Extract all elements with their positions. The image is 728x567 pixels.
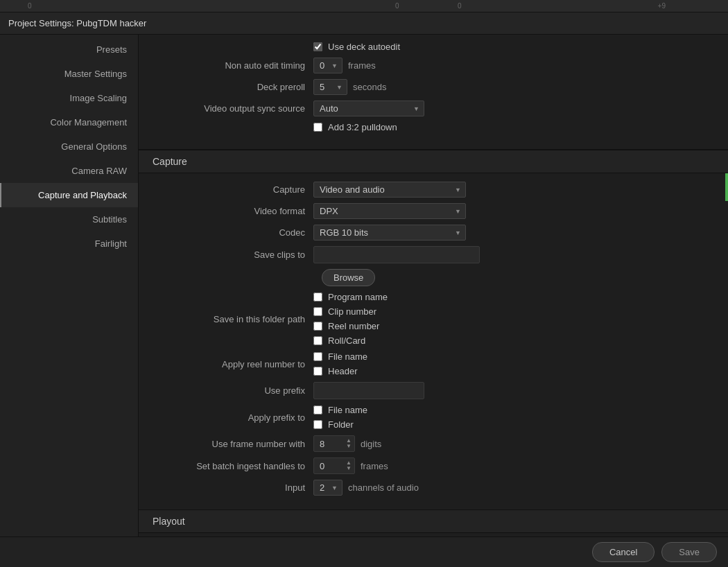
video-format-select[interactable]: DPX MXF xyxy=(313,203,466,219)
cancel-button[interactable]: Cancel xyxy=(592,542,655,562)
set-batch-ingest-unit: frames xyxy=(361,461,388,471)
browse-button[interactable]: Browse xyxy=(322,269,375,286)
save-in-folder-path-label: Save in this folder path xyxy=(153,314,305,324)
file-name-reel-checkbox[interactable] xyxy=(313,352,322,361)
roll-card-label: Roll/Card xyxy=(328,335,365,346)
reel-number-row: Reel number xyxy=(313,321,388,331)
use-deck-autoedit-checkbox[interactable] xyxy=(313,42,322,51)
sidebar-item-camera-raw[interactable]: Camera RAW xyxy=(0,159,138,183)
save-clips-to-input[interactable]: C:\vol0\Capture xyxy=(313,246,480,263)
capture-label: Capture xyxy=(153,184,305,195)
batch-ingest-arrows[interactable]: ▲ ▼ xyxy=(346,460,352,471)
apply-reel-number-to-row: Apply reel number to File name Header xyxy=(153,351,714,376)
file-name-reel-label: File name xyxy=(328,351,367,362)
video-format-select-wrapper: DPX MXF xyxy=(313,203,466,219)
frame-number-arrows[interactable]: ▲ ▼ xyxy=(346,438,352,449)
non-auto-edit-timing-select[interactable]: 0 1 2 xyxy=(313,58,343,73)
clip-number-row: Clip number xyxy=(313,306,388,317)
save-button[interactable]: Save xyxy=(661,542,717,562)
codec-select-wrapper: RGB 10 bits YUV 8 bits xyxy=(313,225,466,241)
non-auto-edit-timing-row: Non auto edit timing 0 1 2 frames xyxy=(153,58,714,73)
apply-prefix-folder-checkbox[interactable] xyxy=(313,420,322,429)
browse-row: Browse xyxy=(153,269,714,286)
use-frame-number-row: Use frame number with 8 ▲ ▼ digits xyxy=(153,435,714,452)
use-deck-autoedit-row: Use deck autoedit xyxy=(153,42,714,52)
apply-prefix-folder-row: Folder xyxy=(313,419,367,430)
apply-prefix-file-name-label: File name xyxy=(328,405,367,415)
sidebar-item-general-options[interactable]: General Options xyxy=(0,134,138,159)
sidebar-item-color-management[interactable]: Color Management xyxy=(0,110,138,134)
capture-select-wrapper: Video and audio Video only Audio only xyxy=(313,182,466,198)
video-output-sync-row: Video output sync source Auto Internal xyxy=(153,101,714,116)
non-auto-edit-timing-unit: frames xyxy=(348,60,376,71)
input-label: Input xyxy=(153,482,305,493)
deck-preroll-row: Deck preroll 5 3 10 seconds xyxy=(153,79,714,95)
use-prefix-label: Use prefix xyxy=(153,385,305,396)
video-output-sync-select[interactable]: Auto Internal xyxy=(313,101,424,116)
batch-ingest-down-arrow[interactable]: ▼ xyxy=(346,466,352,471)
deck-preroll-unit: seconds xyxy=(353,82,386,92)
deck-preroll-select-wrapper: 5 3 10 xyxy=(313,79,347,95)
sidebar-item-master-settings[interactable]: Master Settings xyxy=(0,62,138,86)
use-prefix-input[interactable] xyxy=(313,382,424,399)
header-row: Header xyxy=(313,366,367,376)
sidebar-item-subtitles[interactable]: Subtitles xyxy=(0,207,138,232)
bottom-bar: Cancel Save xyxy=(0,537,728,567)
set-batch-ingest-row: Set batch ingest handles to 0 ▲ ▼ frames xyxy=(153,457,714,474)
clip-number-checkbox[interactable] xyxy=(313,307,322,316)
apply-reel-number-to-label: Apply reel number to xyxy=(153,359,305,369)
non-auto-edit-timing-select-wrapper: 0 1 2 xyxy=(313,58,343,73)
file-name-reel-row: File name xyxy=(313,351,367,362)
codec-row: Codec RGB 10 bits YUV 8 bits xyxy=(153,225,714,241)
use-prefix-row: Use prefix xyxy=(153,382,714,399)
sidebar-item-presets[interactable]: Presets xyxy=(0,37,138,62)
reel-number-checkbox[interactable] xyxy=(313,322,322,331)
capture-section-body: Capture Video and audio Video only Audio… xyxy=(139,173,728,509)
save-clips-to-row: Save clips to C:\vol0\Capture xyxy=(153,246,714,263)
add-32-pulldown-row: Add 3:2 pulldown xyxy=(153,122,714,132)
apply-prefix-file-name-checkbox[interactable] xyxy=(313,405,322,415)
add-32-pulldown-checkbox[interactable] xyxy=(313,123,322,132)
top-section: Use deck autoedit Non auto edit timing 0… xyxy=(139,35,728,150)
program-name-checkbox[interactable] xyxy=(313,293,322,302)
content-area: Use deck autoedit Non auto edit timing 0… xyxy=(139,35,728,567)
non-auto-edit-timing-label: Non auto edit timing xyxy=(153,60,305,71)
apply-prefix-to-row: Apply prefix to File name Folder xyxy=(153,405,714,430)
use-frame-number-spinbox: 8 ▲ ▼ xyxy=(313,435,355,452)
apply-prefix-file-name-row: File name xyxy=(313,405,367,415)
roll-card-checkbox[interactable] xyxy=(313,336,322,345)
use-frame-number-value: 8 xyxy=(320,439,324,449)
apply-prefix-to-label: Apply prefix to xyxy=(153,412,305,423)
capture-section-header: Capture xyxy=(139,150,728,173)
roll-card-row: Roll/Card xyxy=(313,335,388,346)
use-frame-number-unit: digits xyxy=(361,439,381,449)
capture-select[interactable]: Video and audio Video only Audio only xyxy=(313,182,466,198)
use-deck-autoedit-label: Use deck autoedit xyxy=(328,42,400,52)
playout-section-header: Playout xyxy=(139,509,728,533)
project-name: PubgTDM hacker xyxy=(76,18,146,28)
reel-number-label: Reel number xyxy=(328,321,379,331)
ruler-bar: 0 0 0 +9 xyxy=(0,0,728,12)
capture-row: Capture Video and audio Video only Audio… xyxy=(153,182,714,198)
input-select[interactable]: 2 4 8 xyxy=(313,480,343,496)
codec-label: Codec xyxy=(153,227,305,238)
sidebar-item-fairlight[interactable]: Fairlight xyxy=(0,232,138,256)
deck-preroll-select[interactable]: 5 3 10 xyxy=(313,79,347,95)
set-batch-ingest-label: Set batch ingest handles to xyxy=(153,461,305,471)
sidebar-item-capture-and-playback[interactable]: Capture and Playback xyxy=(0,183,138,207)
sidebar-item-image-scaling[interactable]: Image Scaling xyxy=(0,86,138,110)
use-frame-number-label: Use frame number with xyxy=(153,439,305,449)
input-unit: channels of audio xyxy=(348,482,419,493)
codec-select[interactable]: RGB 10 bits YUV 8 bits xyxy=(313,225,466,241)
input-row: Input 2 4 8 channels of audio xyxy=(153,480,714,496)
header-checkbox[interactable] xyxy=(313,367,322,376)
title-bar: Project Settings: PubgTDM hacker xyxy=(0,12,728,35)
green-indicator-bar xyxy=(725,173,728,201)
video-output-sync-label: Video output sync source xyxy=(153,103,305,114)
clip-number-label: Clip number xyxy=(328,306,376,317)
video-output-sync-select-wrapper: Auto Internal xyxy=(313,101,424,116)
save-clips-to-label: Save clips to xyxy=(153,250,305,260)
set-batch-ingest-value: 0 xyxy=(320,461,324,471)
frame-number-down-arrow[interactable]: ▼ xyxy=(346,444,352,449)
header-label: Header xyxy=(328,366,358,376)
